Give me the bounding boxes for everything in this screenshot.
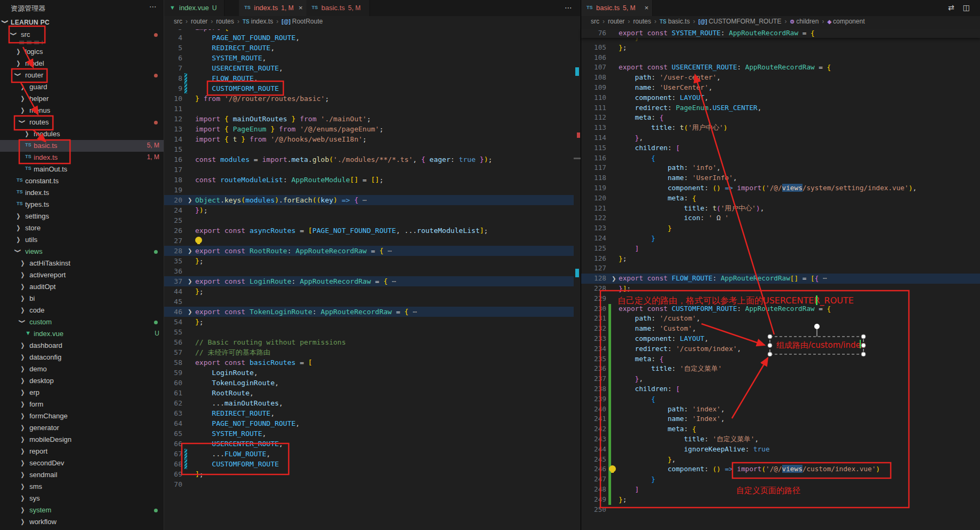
- code-line-240[interactable]: 240 path: 'index',: [581, 404, 980, 415]
- chevron-right-icon[interactable]: ❯: [20, 377, 25, 384]
- code-line-111[interactable]: 111 redirect: PageEnum.USER_CENTER,: [581, 103, 980, 113]
- sidebar-item-acthitaskinst[interactable]: ❯actHiTaskinst: [0, 258, 164, 269]
- code-line-24[interactable]: 24});: [164, 205, 580, 215]
- code-line-112[interactable]: 112 meta: {: [581, 113, 980, 123]
- code-line-4[interactable]: 4 PAGE_NOT_FOUND_ROUTE,: [164, 33, 580, 43]
- code-line-28[interactable]: 28❯export const RootRoute: AppRouteRecor…: [164, 246, 580, 256]
- close-icon[interactable]: ×: [298, 4, 303, 12]
- code-line-44[interactable]: 44};: [164, 286, 580, 297]
- breadcrumb-item-children[interactable]: ⚙children: [790, 18, 819, 25]
- sidebar-item-sendmail[interactable]: ❯sendmail: [0, 469, 164, 481]
- code-line-250[interactable]: 250: [581, 505, 980, 515]
- code-line-64[interactable]: 64 PAGE_NOT_FOUND_ROUTE,: [164, 418, 580, 428]
- code-line-239[interactable]: 239 {: [581, 394, 980, 404]
- breadcrumb-item-router[interactable]: router: [608, 18, 624, 25]
- chevron-right-icon[interactable]: ❯: [20, 447, 25, 454]
- code-line-117[interactable]: 117 path: 'info',: [581, 163, 980, 173]
- code-line-46[interactable]: 46❯export const TokenLoginRoute: AppRout…: [164, 307, 580, 317]
- code-line-55[interactable]: 55: [164, 327, 580, 337]
- code-line-68[interactable]: 68 CUSTOMFORM_ROUTE: [164, 459, 580, 469]
- fold-chevron-icon[interactable]: ❯: [188, 197, 192, 203]
- code-line-244[interactable]: 244 ignoreKeepAlive: true: [581, 445, 980, 455]
- code-line-238[interactable]: 238 children: [: [581, 384, 980, 394]
- sidebar-item-views[interactable]: ❯views: [0, 246, 164, 258]
- code-line-106[interactable]: 106: [581, 53, 980, 63]
- sidebar-item-sys[interactable]: ❯sys: [0, 493, 164, 504]
- code-line-107[interactable]: 107export const USERCENTER_ROUTE: AppRou…: [581, 63, 980, 73]
- code-line-18[interactable]: 18const routeModuleList: AppRouteModule[…: [164, 175, 580, 185]
- chevron-right-icon[interactable]: ❯: [20, 459, 25, 466]
- chevron-down-icon[interactable]: ❯: [15, 73, 22, 77]
- code-line-237[interactable]: 237 },: [581, 374, 980, 384]
- sidebar-item-helper[interactable]: ❯helper: [0, 93, 164, 105]
- chevron-right-icon[interactable]: ❯: [20, 341, 25, 348]
- code-line-114[interactable]: 114 },: [581, 133, 980, 143]
- breadcrumb-item-src[interactable]: src: [591, 18, 599, 25]
- sidebar-item-mainout-ts[interactable]: TSmainOut.ts: [0, 163, 164, 175]
- code-line-61[interactable]: 61 RootRoute,: [164, 388, 580, 398]
- code-line-36[interactable]: 36: [164, 266, 580, 276]
- code-line-127[interactable]: 127: [581, 263, 980, 274]
- code-line-243[interactable]: 243 title: '自定义菜单',: [581, 434, 980, 445]
- code-line-17[interactable]: 17: [164, 165, 580, 175]
- lightbulb-icon[interactable]: [195, 237, 202, 244]
- close-icon[interactable]: ×: [644, 4, 649, 12]
- chevron-down-icon[interactable]: ❯: [19, 120, 26, 124]
- code-line-45[interactable]: 45: [164, 297, 580, 307]
- sidebar-item-index-vue[interactable]: ▼index.vueU: [0, 328, 164, 340]
- sidebar-item-workflow[interactable]: ❯workflow: [0, 516, 164, 528]
- lightbulb-icon[interactable]: [609, 465, 616, 472]
- breadcrumb-item-RootRoute[interactable]: [@]RootRoute: [282, 18, 323, 25]
- sidebar-item-seconddev[interactable]: ❯secondDev: [0, 457, 164, 469]
- chevron-down-icon[interactable]: ❯: [15, 249, 22, 253]
- code-line-25[interactable]: 25: [164, 215, 580, 225]
- sidebar-item-generator[interactable]: ❯generator: [0, 422, 164, 434]
- chevron-right-icon[interactable]: ❯: [20, 294, 25, 301]
- chevron-right-icon[interactable]: ❯: [20, 482, 25, 489]
- sidebar-item-desktop[interactable]: ❯desktop: [0, 375, 164, 387]
- code-line-65[interactable]: 65 SYSTEM_ROUTE,: [164, 428, 580, 439]
- sidebar-item-src[interactable]: ❯src: [0, 29, 164, 41]
- breadcrumb-item-router[interactable]: router: [191, 18, 207, 25]
- chevron-right-icon[interactable]: ❯: [16, 212, 20, 219]
- code-line-116[interactable]: 116 {: [581, 153, 980, 163]
- code-line-9[interactable]: 9 CUSTOMFORM_ROUTE: [164, 83, 580, 93]
- code-line-35[interactable]: 35};: [164, 256, 580, 266]
- code-line-234[interactable]: 234 redirect: '/custom/index',: [581, 344, 980, 354]
- code-line-233[interactable]: 233 component: LAYOUT,: [581, 334, 980, 344]
- code-line-110[interactable]: 110 component: LAYOUT,: [581, 93, 980, 103]
- code-line-125[interactable]: 125 ]: [581, 244, 980, 254]
- chevron-right-icon[interactable]: ❯: [25, 130, 29, 137]
- code-line-120[interactable]: 120 meta: {: [581, 193, 980, 204]
- editor-actions-middle[interactable]: ⋯: [565, 3, 573, 12]
- chevron-right-icon[interactable]: ❯: [20, 306, 25, 313]
- breadcrumb-item-routes[interactable]: routes: [633, 18, 651, 25]
- code-line-13[interactable]: 13import { PageEnum } from '/@/enums/pag…: [164, 124, 580, 134]
- sidebar-item-form[interactable]: ❯form: [0, 399, 164, 410]
- fold-chevron-icon[interactable]: ❯: [188, 309, 192, 315]
- chevron-right-icon[interactable]: ❯: [20, 353, 25, 360]
- tab-basic-ts[interactable]: TSbasic.ts5, M×: [581, 0, 653, 16]
- chevron-right-icon[interactable]: ❯: [20, 494, 25, 501]
- code-line-58[interactable]: 58export const basicRoutes = [: [164, 357, 580, 368]
- chevron-right-icon[interactable]: ❯: [16, 59, 20, 66]
- chevron-right-icon[interactable]: ❯: [20, 506, 25, 513]
- breadcrumb-item-component[interactable]: ◈component: [827, 18, 865, 25]
- code-line-56[interactable]: 56// Basic routing without permissions: [164, 337, 580, 347]
- code-line-66[interactable]: 66 USERCENTER_ROUTE,: [164, 439, 580, 449]
- chevron-down-icon[interactable]: ❯: [11, 32, 18, 36]
- sidebar-item-index-ts[interactable]: TSindex.ts1, M: [0, 152, 164, 163]
- sidebar-item-report[interactable]: ❯report: [0, 446, 164, 457]
- code-line-6[interactable]: 6 SYSTEM_ROUTE,: [164, 53, 580, 63]
- code-line-26[interactable]: 26export const asyncRoutes = [PAGE_NOT_F…: [164, 225, 580, 236]
- code-line-119[interactable]: 119 component: () => import('/@/views/sy…: [581, 183, 980, 193]
- sidebar-item-modules[interactable]: ❯modules: [0, 128, 164, 140]
- sidebar-item-mobiledesign[interactable]: ❯mobileDesign: [0, 434, 164, 446]
- sidebar-item-guard[interactable]: ❯guard: [0, 81, 164, 93]
- sidebar-item-custom[interactable]: ❯custom: [0, 316, 164, 328]
- sidebar-item-demo[interactable]: ❯demo: [0, 363, 164, 375]
- code-line-16[interactable]: 16const modules = import.meta.glob('./mo…: [164, 154, 580, 165]
- breadcrumb-item-index-ts[interactable]: TSindex.ts: [243, 18, 273, 25]
- code-line-232[interactable]: 232 name: 'Custom',: [581, 324, 980, 334]
- chevron-right-icon[interactable]: ❯: [20, 365, 25, 372]
